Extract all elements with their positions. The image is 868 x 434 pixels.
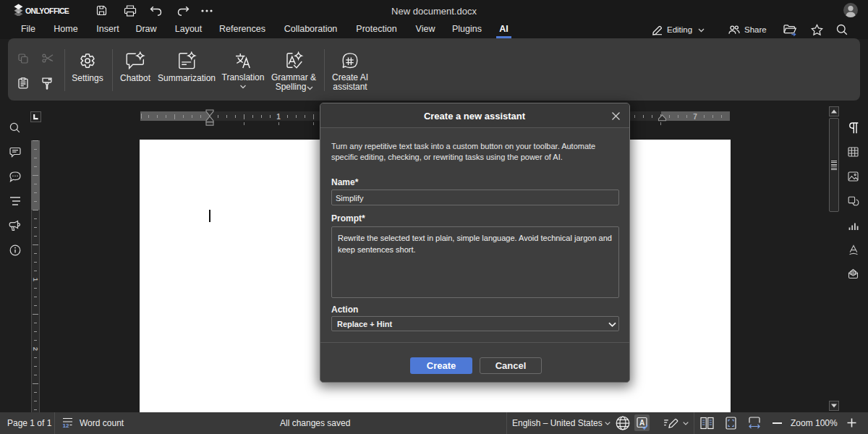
svg-text:A: A <box>639 419 644 427</box>
svg-text:12: 12 <box>63 422 69 429</box>
